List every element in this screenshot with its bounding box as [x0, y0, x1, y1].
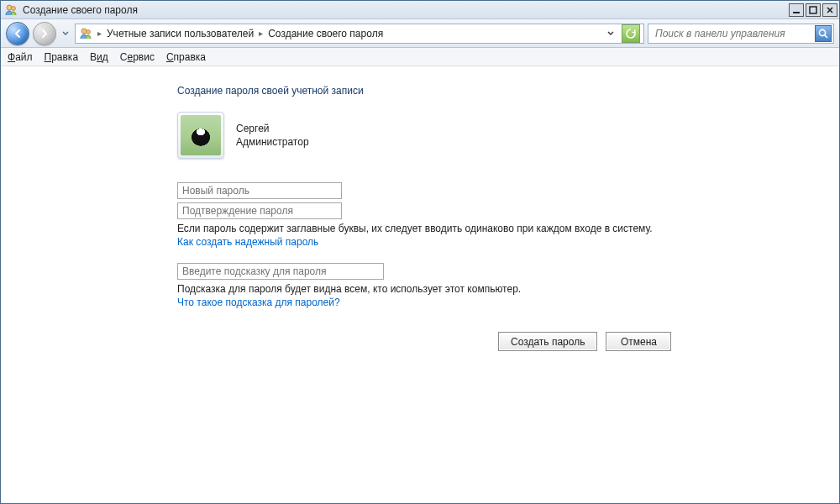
chevron-right-icon[interactable]: ▸	[259, 29, 263, 38]
user-picture-icon	[181, 115, 221, 155]
forward-button[interactable]	[33, 22, 56, 45]
cancel-button[interactable]: Отмена	[606, 332, 671, 351]
menu-help[interactable]: Справка	[166, 51, 206, 63]
window-title: Создание своего пароля	[23, 4, 784, 16]
svg-point-4	[81, 29, 87, 34]
new-password-input[interactable]	[177, 182, 342, 199]
nav-history-dropdown[interactable]	[60, 25, 71, 42]
password-hint-input[interactable]	[177, 263, 384, 280]
svg-rect-2	[793, 12, 800, 13]
refresh-button[interactable]	[622, 24, 640, 43]
window-controls	[789, 3, 837, 17]
user-tile: Сергей Администратор	[177, 112, 839, 159]
breadcrumb-item[interactable]: Создание своего пароля	[268, 28, 383, 39]
user-accounts-icon	[79, 27, 92, 40]
svg-point-6	[819, 29, 825, 35]
page-heading: Создание пароля своей учетной записи	[177, 85, 839, 97]
svg-point-1	[12, 6, 16, 10]
menu-bar: Файл Правка Вид Сервис Справка	[1, 48, 839, 66]
search-input[interactable]	[654, 27, 815, 40]
svg-rect-3	[810, 7, 816, 13]
navigation-bar: ▸ Учетные записи пользователей ▸ Создани…	[1, 19, 839, 48]
user-name: Сергей	[236, 122, 309, 135]
back-button[interactable]	[6, 22, 29, 45]
address-dropdown-icon[interactable]	[606, 29, 615, 38]
search-box[interactable]	[648, 24, 834, 44]
caps-warning-text: Если пароль содержит заглавные буквы, их…	[177, 223, 839, 234]
create-password-button[interactable]: Создать пароль	[498, 332, 597, 351]
minimize-button[interactable]	[789, 3, 804, 17]
title-bar: Создание своего пароля	[1, 1, 839, 19]
menu-tools[interactable]: Сервис	[120, 51, 155, 63]
svg-line-7	[825, 34, 827, 37]
search-button[interactable]	[815, 25, 832, 42]
confirm-password-input[interactable]	[177, 202, 342, 219]
password-hint-link[interactable]: Что такое подсказка для паролей?	[177, 297, 839, 308]
close-button[interactable]	[822, 3, 837, 17]
content-area: Создание пароля своей учетной записи Сер…	[1, 66, 839, 351]
chevron-right-icon[interactable]: ▸	[97, 29, 102, 38]
svg-point-5	[87, 29, 91, 34]
menu-file[interactable]: Файл	[8, 51, 33, 63]
user-accounts-icon	[4, 3, 18, 17]
button-row: Создать пароль Отмена	[498, 332, 839, 351]
user-role: Администратор	[236, 135, 309, 149]
svg-point-0	[7, 5, 12, 10]
menu-edit[interactable]: Правка	[45, 51, 79, 63]
address-bar[interactable]: ▸ Учетные записи пользователей ▸ Создани…	[75, 24, 644, 44]
maximize-button[interactable]	[806, 3, 821, 17]
user-info: Сергей Администратор	[236, 122, 309, 149]
strong-password-link[interactable]: Как создать надежный пароль	[177, 236, 839, 248]
breadcrumb-item[interactable]: Учетные записи пользователей	[107, 28, 254, 39]
menu-view[interactable]: Вид	[90, 51, 108, 63]
user-picture-frame	[177, 112, 224, 159]
hint-warning-text: Подсказка для пароля будет видна всем, к…	[177, 283, 839, 295]
